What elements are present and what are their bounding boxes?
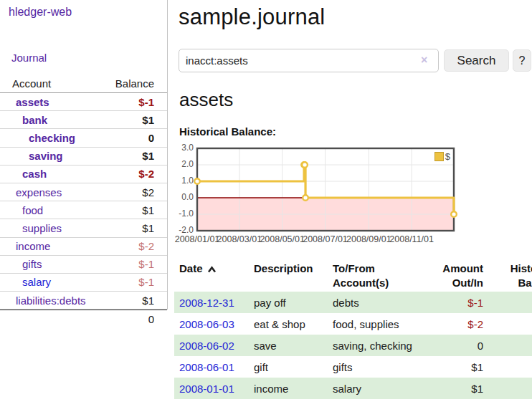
account-link[interactable]: assets (0, 96, 49, 108)
account-row: income$-2 (0, 238, 167, 256)
account-link[interactable]: income (0, 240, 50, 252)
hledger-web-app: hledger-web Journal Account Balance asse… (0, 0, 532, 417)
chart-title: Historical Balance: (179, 125, 276, 138)
page-title: sample.journal (179, 4, 325, 30)
transaction-date-link[interactable]: 2008-06-01 (179, 361, 234, 373)
table-row: 2008-06-01giftgifts$1$2 (174, 356, 532, 378)
transaction-date-link[interactable]: 2008-06-03 (179, 318, 234, 330)
x-tick-label: 2008/09/01 (346, 234, 391, 244)
account-link[interactable]: food (0, 204, 43, 216)
account-row: expenses$2 (0, 183, 167, 201)
account-link[interactable]: expenses (0, 186, 62, 198)
account-link[interactable]: liabilities:debts (0, 294, 86, 307)
chart-legend: $ (434, 151, 450, 162)
x-tick-label: 2008/05/01 (260, 234, 305, 244)
search-input[interactable] (179, 49, 439, 72)
table-row: 2008-12-31pay offdebts$-1$-1 (174, 292, 532, 313)
account-balance: $-2 (138, 168, 154, 180)
account-row: gifts$-1 (0, 256, 167, 274)
search-button[interactable]: Search (444, 49, 509, 72)
x-tick-label: 2008/11/01 (389, 234, 434, 244)
search-form: × Search ? (179, 49, 532, 72)
x-tick-label: 2008/03/01 (217, 234, 262, 244)
date-cell: 2008-06-03 (174, 313, 251, 335)
balance-column-label: Balance (115, 77, 154, 90)
bal-cell: $1 (486, 378, 532, 399)
balance-chart: 3.02.01.00.0-1.0-2.0 2008/01/012008/03/0… (197, 148, 454, 231)
y-tick-label: 1.0 (165, 176, 194, 186)
desc-cell: income (251, 378, 330, 399)
amt-cell: $-1 (420, 292, 486, 313)
register-table: Date Description To/From Account(s) Amou… (174, 260, 532, 399)
y-tick-label: -1.0 (165, 208, 194, 219)
bal-cell: $-1 (486, 292, 532, 313)
date-header[interactable]: Date (174, 260, 251, 292)
account-link[interactable]: gifts (0, 258, 42, 270)
account-link[interactable]: cash (0, 168, 47, 180)
table-row: 2008-06-03eat & shopfood, supplies$-20 (174, 313, 532, 335)
legend-swatch-icon (434, 152, 444, 161)
help-button[interactable]: ? (513, 49, 531, 72)
account-link[interactable]: supplies (0, 222, 62, 234)
amt-cell: $-2 (420, 313, 486, 335)
main-content: sample.journal × Search ? assets Histori… (179, 0, 532, 417)
amt-cell: $1 (420, 356, 486, 378)
account-row: cash$-2 (0, 166, 167, 183)
account-row: bank$1 (0, 111, 167, 129)
account-column-label: Account (12, 77, 51, 90)
desc-cell: gift (251, 356, 330, 378)
acct-cell: saving, checking (330, 335, 420, 356)
account-row: assets$-1 (0, 93, 167, 111)
account-link[interactable]: saving (0, 150, 63, 162)
desc-cell: save (251, 335, 330, 356)
register-header-row: Date Description To/From Account(s) Amou… (174, 260, 532, 292)
tofrom-header: To/From Account(s) (330, 260, 420, 292)
account-link[interactable]: bank (0, 114, 47, 126)
sidebar-item-journal[interactable]: Journal (11, 52, 47, 64)
acct-cell: debts (330, 292, 420, 313)
amt-cell: 0 (420, 335, 486, 356)
account-link[interactable]: checking (0, 132, 75, 144)
account-balance: $1 (142, 150, 154, 162)
account-heading: assets (179, 89, 233, 111)
total-balance: 0 (148, 313, 154, 325)
y-tick-label: 2.0 (165, 159, 194, 169)
bal-cell: $2 (486, 335, 532, 356)
clear-search-icon[interactable]: × (421, 54, 427, 67)
account-tree-header: Account Balance (0, 76, 167, 93)
account-total-row: 0 (0, 310, 167, 325)
transaction-date-link[interactable]: 2008-01-01 (179, 383, 234, 395)
account-row: liabilities:debts$1 (0, 292, 167, 310)
transaction-date-link[interactable]: 2008-06-02 (179, 340, 234, 352)
account-link[interactable]: salary (0, 276, 51, 288)
sidebar: hledger-web Journal Account Balance asse… (0, 0, 168, 310)
acct-cell: gifts (330, 356, 420, 378)
account-row: saving$1 (0, 148, 167, 166)
sort-ascending-icon (207, 266, 217, 273)
transaction-date-link[interactable]: 2008-12-31 (179, 297, 234, 309)
table-row: 2008-01-01incomesalary$1$1 (174, 378, 532, 399)
desc-cell: pay off (251, 292, 330, 313)
acct-cell: food, supplies (330, 313, 420, 335)
account-balance: $-1 (138, 258, 154, 270)
account-balance: 0 (148, 132, 154, 144)
x-tick-label: 2008/07/01 (303, 234, 348, 244)
account-balance-panel: Account Balance assets$-1bank$1checking0… (0, 76, 167, 325)
y-tick-label: 0.0 (165, 192, 194, 202)
account-balance: $-1 (138, 96, 154, 108)
account-balance: $1 (142, 294, 154, 307)
account-balance: $-1 (138, 276, 154, 288)
bal-cell: 0 (486, 313, 532, 335)
x-tick-label: 2008/01/01 (175, 234, 220, 244)
account-row: salary$-1 (0, 274, 167, 292)
desc-cell: eat & shop (251, 313, 330, 335)
date-cell: 2008-01-01 (174, 378, 251, 399)
amt-cell: $1 (420, 378, 486, 399)
description-header: Description (251, 260, 330, 292)
balance-header: Historical Balance (486, 260, 532, 292)
legend-label: $ (445, 151, 450, 162)
brand-link[interactable]: hledger-web (9, 6, 72, 19)
y-tick-label: -2.0 (165, 225, 194, 235)
date-cell: 2008-12-31 (174, 292, 251, 313)
acct-cell: salary (330, 378, 420, 399)
